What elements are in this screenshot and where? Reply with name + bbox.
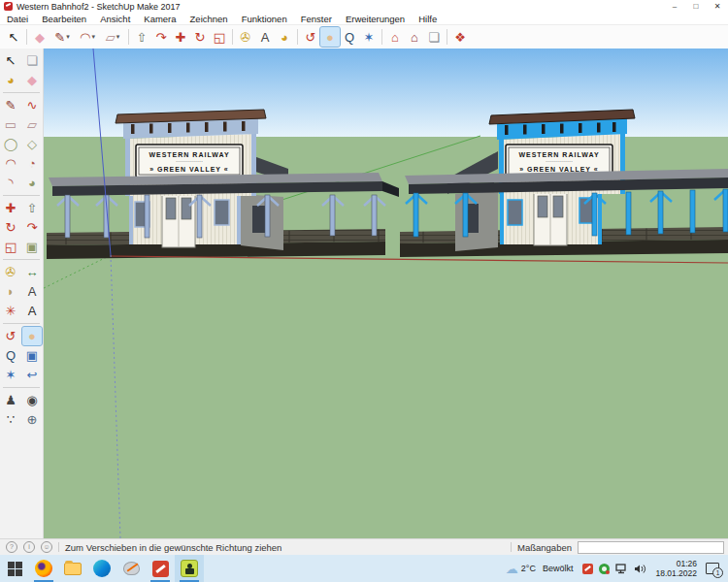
taskbar-sketchup[interactable] xyxy=(146,555,175,582)
look-around-button[interactable]: ◉ xyxy=(22,391,42,409)
pie-button[interactable]: ◕ xyxy=(22,174,42,192)
line-button[interactable]: ✎ xyxy=(1,96,20,114)
follow-me-button[interactable]: ↷ xyxy=(22,218,42,237)
toolbar-left: ↖ ❏ ◕ ◆ ✎ ∿ ▭ ▱ ◯ ◇ ◠ ◔ xyxy=(0,48,44,538)
paint-bucket-button[interactable]: ◕ xyxy=(1,71,20,89)
station-sign: WESTERN RAILWAY ·············· » GREEN V… xyxy=(136,145,243,178)
extension-warehouse-icon: ❖ xyxy=(454,31,466,44)
circle-button[interactable]: ◯ xyxy=(1,135,20,153)
paint-bucket-button[interactable]: ◕ ▾ xyxy=(275,27,294,47)
protractor-button[interactable]: ◗ xyxy=(1,282,20,301)
taskbar-active-app[interactable] xyxy=(175,555,204,582)
move-button[interactable]: ✚ ▾ xyxy=(171,27,190,47)
dimension-button[interactable]: ↔ xyxy=(22,263,42,281)
rotated-rectangle-button[interactable]: ▱ xyxy=(22,115,42,134)
select-button[interactable]: ↖ ▾ xyxy=(4,27,23,47)
tape-measure-button[interactable]: ✇ ▾ xyxy=(236,27,255,47)
orbit-button[interactable]: ↺ ▾ xyxy=(301,27,320,47)
line-button[interactable]: ✎ ▾ xyxy=(50,27,75,47)
scale-button[interactable]: ◱ xyxy=(1,238,20,256)
menu-item-erweiterungen[interactable]: Erweiterungen xyxy=(339,13,412,25)
viewport-canvas[interactable]: WESTERN RAILWAY ·············· » GREEN V… xyxy=(44,48,728,538)
3d-text-button[interactable]: A xyxy=(22,302,42,320)
rectangle-dropdown-icon[interactable]: ▾ xyxy=(116,33,120,41)
zoom-extents-button[interactable]: ✶ ▾ xyxy=(359,27,379,47)
arc-dropdown-icon[interactable]: ▾ xyxy=(91,33,95,41)
axes-button[interactable]: ✳ xyxy=(1,302,20,320)
section-plane-button[interactable]: ⊕ xyxy=(22,410,42,429)
volume-icon[interactable] xyxy=(634,564,646,574)
menu-item-ansicht[interactable]: Ansicht xyxy=(93,13,137,25)
previous-button[interactable]: ↩ xyxy=(22,366,42,384)
zoom-extents-button[interactable]: ✶ xyxy=(1,366,20,384)
text-button[interactable]: A xyxy=(22,282,42,301)
freehand-button[interactable]: ∿ xyxy=(22,96,42,114)
two-point-arc-button[interactable]: ◠ xyxy=(1,154,20,173)
follow-me-button[interactable]: ↷ ▾ xyxy=(151,27,171,47)
close-button[interactable]: ✕ xyxy=(707,0,728,13)
pan-icon: ● xyxy=(326,31,334,44)
network-icon[interactable] xyxy=(615,564,628,574)
arc-button[interactable]: ◠ ▾ xyxy=(75,27,100,47)
orbit-button[interactable]: ↺ xyxy=(1,327,20,345)
weather-temp[interactable]: 2°C xyxy=(521,564,536,573)
start-button[interactable] xyxy=(0,555,29,582)
rectangle-button[interactable]: ▭ xyxy=(1,115,20,134)
measurements-input[interactable] xyxy=(578,541,724,554)
notification-badge: 1 xyxy=(712,567,723,578)
menu-item-bearbeiten[interactable]: Bearbeiten xyxy=(35,13,93,25)
action-center-icon[interactable]: 1 xyxy=(703,559,722,578)
weather-cloud-icon[interactable]: ☁ xyxy=(506,562,518,576)
rotate-button[interactable]: ↻ ▾ xyxy=(190,27,210,47)
menu-item-kamera[interactable]: Kamera xyxy=(137,13,182,25)
share-model-button[interactable]: ⌂ ▾ xyxy=(405,27,424,47)
clock[interactable]: 01:26 18.01.2022 xyxy=(655,559,697,578)
minimize-button[interactable]: – xyxy=(664,0,685,13)
zoom-button[interactable]: Q xyxy=(1,346,20,365)
two-point-arc-icon: ◠ xyxy=(5,157,16,170)
position-camera-button[interactable]: ♟ xyxy=(1,391,20,409)
eraser-button[interactable]: ◆ ▾ xyxy=(30,27,50,47)
tray-antivirus-icon[interactable] xyxy=(599,564,610,574)
menu-item-zeichnen[interactable]: Zeichnen xyxy=(183,13,235,25)
credits-icon[interactable]: i xyxy=(23,541,35,553)
3d-warehouse-button[interactable]: ⌂ ▾ xyxy=(385,27,405,47)
taskbar-edge[interactable] xyxy=(87,555,116,582)
taskbar-paint3d[interactable] xyxy=(116,555,146,582)
walk-button[interactable]: ∵ xyxy=(1,410,20,429)
geolocation-icon[interactable]: ? xyxy=(6,541,17,553)
taskbar-explorer[interactable] xyxy=(58,555,87,582)
weather-condition[interactable]: Bewölkt xyxy=(543,564,574,573)
menu-item-hilfe[interactable]: Hilfe xyxy=(412,13,444,25)
text-button[interactable]: A ▾ xyxy=(255,27,275,47)
restore-button[interactable]: □ xyxy=(685,0,707,13)
menu-item-datei[interactable]: Datei xyxy=(0,13,35,25)
menu-item-funktionen[interactable]: Funktionen xyxy=(235,13,294,25)
push-pull-button[interactable]: ⇧ xyxy=(22,199,42,217)
3d-warehouse-icon: ⌂ xyxy=(391,31,399,44)
line-dropdown-icon[interactable]: ▾ xyxy=(66,33,70,41)
tape-measure-button[interactable]: ✇ xyxy=(1,263,20,281)
zoom-window-button[interactable]: ▣ xyxy=(22,346,42,365)
taskbar-firefox[interactable] xyxy=(29,555,58,582)
pan-button[interactable]: ● ▾ xyxy=(320,27,340,47)
move-button[interactable]: ✚ xyxy=(1,199,20,217)
three-point-arc-button[interactable]: ◝ xyxy=(1,174,20,192)
arc-button[interactable]: ◔ xyxy=(22,154,42,173)
select-button[interactable]: ↖ xyxy=(1,51,20,70)
sign-in-icon[interactable]: ☺ xyxy=(41,541,52,553)
rectangle-button[interactable]: ▱ ▾ xyxy=(100,27,125,47)
rotate-button[interactable]: ↻ xyxy=(1,218,20,237)
pan-button[interactable]: ● xyxy=(22,327,42,345)
share-component-button[interactable]: ❏ ▾ xyxy=(424,27,444,47)
zoom-button[interactable]: Q ▾ xyxy=(340,27,359,47)
make-component-button[interactable]: ❏ xyxy=(22,51,42,70)
offset-button[interactable]: ▣ xyxy=(22,238,42,256)
polygon-button[interactable]: ◇ xyxy=(22,135,42,153)
extension-warehouse-button[interactable]: ❖ ▾ xyxy=(450,27,470,47)
menu-item-fenster[interactable]: Fenster xyxy=(294,13,339,25)
scale-button[interactable]: ◱ ▾ xyxy=(210,27,229,47)
eraser-button[interactable]: ◆ xyxy=(22,71,42,89)
tray-sketchup-icon[interactable] xyxy=(582,564,593,574)
push-pull-button[interactable]: ⇧ ▾ xyxy=(132,27,151,47)
